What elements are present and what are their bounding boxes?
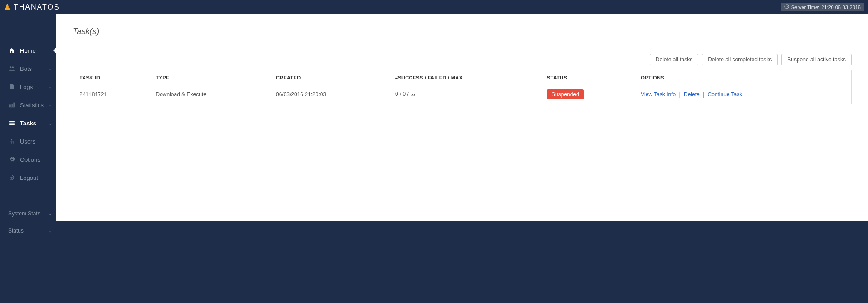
clock-icon (784, 4, 789, 10)
sidebar-item-statistics[interactable]: Statistics ⌄ (0, 96, 56, 114)
svg-rect-8 (9, 124, 15, 125)
sidebar-item-label: Options (20, 156, 52, 163)
sidebar-item-home[interactable]: Home (0, 41, 56, 60)
cell-type: Download & Execute (150, 85, 270, 104)
sidebar-item-label: Logs (20, 84, 48, 90)
svg-point-12 (13, 142, 14, 143)
action-bar: Delete all tasks Delete all completed ta… (73, 54, 852, 65)
logo-icon: ♟ (4, 2, 12, 12)
table-header-row: TASK ID TYPE CREATED #SUCCESS / FAILED /… (73, 70, 852, 85)
col-type: TYPE (150, 70, 270, 85)
logo-text: THANATOS (14, 3, 60, 11)
infinity-icon: ∞ (410, 91, 415, 98)
sidebar-item-logs[interactable]: Logs ⌄ (0, 78, 56, 96)
chevron-down-icon: ⌄ (48, 66, 52, 71)
suspend-active-tasks-button[interactable]: Suspend all active tasks (781, 54, 852, 65)
sidebar-item-system-stats[interactable]: System Stats ⌄ (0, 205, 56, 222)
sitemap-icon (8, 138, 15, 145)
chevron-down-icon: ⌄ (48, 211, 52, 216)
sidebar-item-label: System Stats (8, 210, 48, 217)
chevron-down-icon: ⌄ (48, 228, 52, 233)
delete-all-tasks-button[interactable]: Delete all tasks (650, 54, 698, 65)
view-task-link[interactable]: View Task Info (641, 91, 676, 98)
svg-rect-5 (13, 103, 14, 107)
sidebar-item-users[interactable]: Users (0, 132, 56, 150)
sidebar-item-bots[interactable]: Bots ⌄ (0, 60, 56, 78)
cell-status: Suspended (541, 85, 634, 104)
server-time-badge: Server Time: 21:20 06-03-2016 (781, 3, 864, 11)
table-row: 241184721 Download & Execute 06/03/2016 … (73, 85, 852, 104)
svg-rect-3 (10, 105, 10, 107)
svg-point-2 (12, 66, 14, 68)
separator: | (701, 91, 706, 98)
svg-point-11 (11, 142, 12, 143)
sidebar-item-logout[interactable]: Logout (0, 169, 56, 187)
col-created: CREATED (270, 70, 389, 85)
cell-counts: 0 / 0 / ∞ (389, 85, 541, 104)
svg-rect-6 (9, 121, 15, 122)
sidebar-item-label: Statistics (20, 102, 48, 109)
main-content: Task(s) Delete all tasks Delete all comp… (56, 14, 868, 221)
sidebar-item-status[interactable]: Status ⌄ (0, 222, 56, 239)
svg-point-9 (11, 139, 12, 140)
page-title: Task(s) (73, 27, 852, 36)
svg-rect-4 (11, 104, 12, 107)
chevron-down-icon: ⌄ (48, 84, 52, 89)
tasks-table: TASK ID TYPE CREATED #SUCCESS / FAILED /… (73, 70, 852, 104)
server-time-label: Server Time: (791, 5, 819, 10)
chevron-down-icon: ⌄ (48, 103, 52, 108)
svg-rect-7 (9, 123, 15, 124)
sidebar-item-label: Bots (20, 65, 48, 72)
file-icon (8, 83, 15, 90)
col-status: STATUS (541, 70, 634, 85)
col-task-id: TASK ID (73, 70, 150, 85)
status-badge: Suspended (547, 89, 584, 99)
delete-task-link[interactable]: Delete (684, 91, 700, 98)
tasks-icon (8, 119, 15, 127)
sidebar: Home Bots ⌄ Logs ⌄ Statistics ⌄ (0, 14, 56, 303)
sidebar-item-tasks[interactable]: Tasks ⌄ (0, 114, 56, 132)
continue-task-link[interactable]: Continue Task (707, 91, 742, 98)
home-icon (8, 47, 15, 54)
sidebar-item-label: Tasks (20, 120, 48, 127)
col-options: OPTIONS (634, 70, 851, 85)
cell-task-id: 241184721 (73, 85, 150, 104)
gear-icon (8, 156, 15, 163)
cell-created: 06/03/2016 21:20:03 (270, 85, 389, 104)
sidebar-item-label: Users (20, 138, 52, 145)
col-counts: #SUCCESS / FAILED / MAX (389, 70, 541, 85)
chevron-down-icon: ⌄ (48, 121, 52, 126)
sidebar-item-options[interactable]: Options (0, 150, 56, 169)
svg-point-10 (10, 142, 10, 143)
topbar: ♟ THANATOS Server Time: 21:20 06-03-2016 (0, 0, 868, 14)
svg-point-1 (10, 66, 12, 68)
app-logo: ♟ THANATOS (4, 2, 60, 12)
cell-options: View Task Info | Delete | Continue Task (634, 85, 851, 104)
delete-completed-tasks-button[interactable]: Delete all completed tasks (702, 54, 778, 65)
sidebar-item-label: Status (8, 228, 48, 234)
chart-icon (8, 101, 15, 109)
users-icon (8, 65, 15, 72)
logout-icon (8, 174, 15, 181)
server-time-value: 21:20 06-03-2016 (821, 5, 861, 10)
separator: | (677, 91, 682, 98)
sidebar-item-label: Logout (20, 174, 52, 181)
sidebar-item-label: Home (20, 47, 52, 54)
